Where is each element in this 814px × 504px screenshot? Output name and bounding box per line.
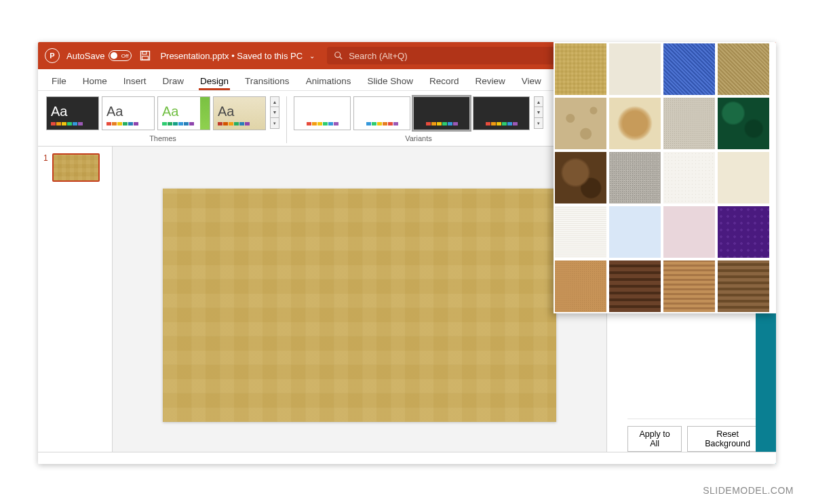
texture-swatch[interactable]	[555, 260, 606, 312]
status-bar	[38, 452, 776, 464]
powerpoint-icon: P	[45, 48, 60, 63]
tab-design[interactable]: Design	[192, 72, 237, 90]
texture-swatch[interactable]	[663, 260, 715, 312]
themes-group: Aa Aa Aa Aa ▲▼▾ Themes	[42, 96, 284, 143]
texture-swatch[interactable]	[555, 206, 606, 258]
texture-swatch[interactable]	[718, 43, 769, 95]
themes-gallery-scroll[interactable]: ▲▼▾	[270, 96, 279, 130]
slide-thumbnail[interactable]: 1	[43, 153, 106, 182]
texture-swatch[interactable]	[609, 43, 661, 95]
variant-thumb[interactable]	[353, 96, 410, 130]
texture-swatch[interactable]	[718, 98, 769, 149]
variants-gallery-scroll[interactable]: ▲▼▾	[534, 96, 543, 130]
texture-swatch[interactable]	[663, 206, 715, 258]
app-window: P AutoSave Off Presentation.pptx • Saved…	[38, 42, 776, 464]
texture-gallery-popup	[554, 42, 776, 313]
ribbon-divider	[286, 96, 287, 143]
tab-review[interactable]: Review	[467, 72, 513, 90]
texture-swatch[interactable]	[663, 152, 715, 203]
svg-rect-2	[142, 56, 149, 60]
variants-group: ▲▼▾ Variants	[290, 96, 547, 143]
slide-thumbnail-preview	[52, 153, 100, 182]
tab-record[interactable]: Record	[421, 72, 467, 90]
variant-thumb[interactable]	[413, 96, 470, 130]
texture-swatch[interactable]	[663, 98, 715, 149]
texture-swatch[interactable]	[663, 43, 715, 95]
tab-view[interactable]: View	[513, 72, 549, 90]
tab-transitions[interactable]: Transitions	[237, 72, 298, 90]
theme-thumb[interactable]: Aa	[213, 96, 266, 130]
variants-label: Variants	[405, 134, 432, 142]
texture-swatch[interactable]	[555, 98, 606, 149]
texture-swatch[interactable]	[718, 152, 769, 203]
apply-to-all-button[interactable]: Apply to All	[627, 426, 682, 452]
tab-slide-show[interactable]: Slide Show	[359, 72, 421, 90]
watermark: SLIDEMODEL.COM	[703, 485, 794, 496]
theme-thumb[interactable]: Aa	[157, 96, 210, 130]
texture-swatch[interactable]	[609, 98, 661, 149]
slide-thumbnail-panel: 1	[38, 147, 113, 464]
chevron-down-icon[interactable]: ⌄	[309, 52, 315, 60]
texture-swatch[interactable]	[609, 206, 661, 258]
svg-point-3	[335, 52, 341, 58]
slide-canvas[interactable]	[163, 189, 556, 422]
texture-swatch[interactable]	[555, 43, 606, 95]
texture-swatch[interactable]	[555, 152, 606, 203]
variant-thumb[interactable]	[473, 96, 530, 130]
slide-canvas-area	[113, 147, 606, 464]
search-input[interactable]: Search (Alt+Q)	[327, 47, 579, 64]
svg-line-4	[340, 57, 343, 60]
themes-label: Themes	[149, 134, 176, 142]
svg-rect-1	[142, 52, 147, 54]
autosave-toggle[interactable]: Off	[109, 50, 132, 61]
theme-thumb[interactable]: Aa	[46, 96, 99, 130]
tab-draw[interactable]: Draw	[155, 72, 193, 90]
tab-insert[interactable]: Insert	[115, 72, 155, 90]
texture-swatch[interactable]	[718, 206, 769, 258]
autosave-label: AutoSave	[66, 51, 104, 61]
variant-thumb[interactable]	[294, 96, 351, 130]
search-icon	[334, 51, 343, 60]
tab-file[interactable]: File	[43, 72, 75, 90]
tab-home[interactable]: Home	[75, 72, 115, 90]
texture-swatch[interactable]	[609, 260, 661, 312]
texture-swatch[interactable]	[718, 260, 769, 312]
document-title[interactable]: Presentation.pptx • Saved to this PC	[160, 51, 303, 61]
tab-animations[interactable]: Animations	[298, 72, 360, 90]
theme-thumb[interactable]: Aa	[102, 96, 155, 130]
texture-swatch[interactable]	[609, 152, 661, 203]
save-icon[interactable]	[140, 50, 151, 61]
